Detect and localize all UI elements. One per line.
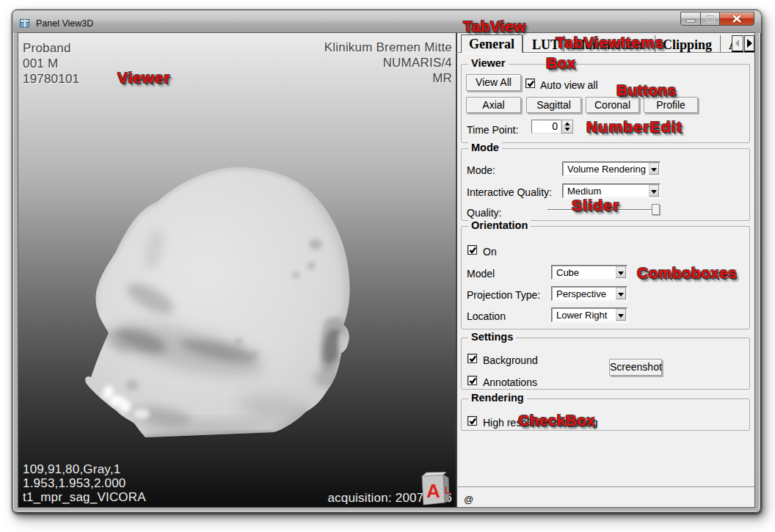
svg-text:L: L xyxy=(445,484,451,496)
svg-text:A: A xyxy=(426,480,440,502)
